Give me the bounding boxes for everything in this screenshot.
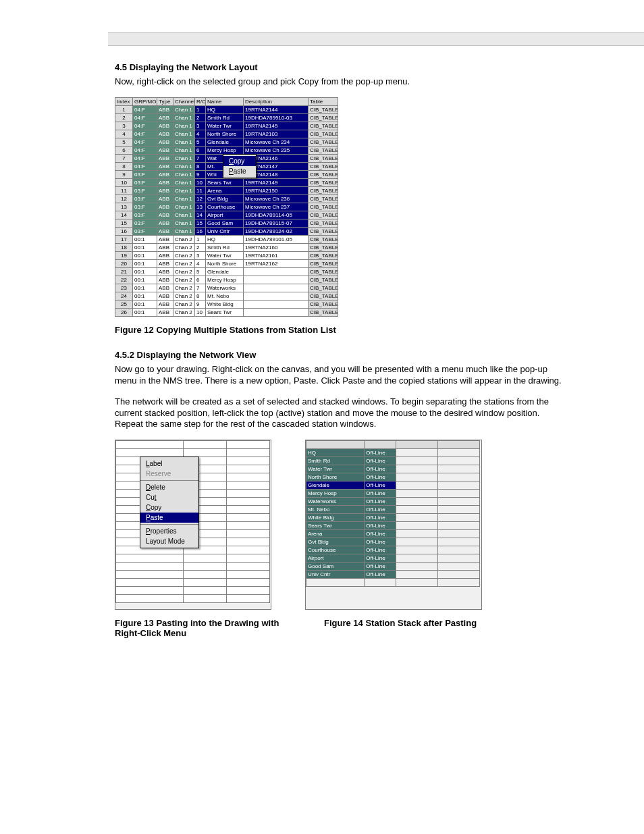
context-menu-drawing[interactable]: LabelReserveDeleteCutCopyPasteProperties… bbox=[140, 457, 199, 548]
table-row[interactable]: 404:FABBChan 14North Shore19RTNA2103CIB_… bbox=[115, 130, 338, 138]
table-row[interactable]: 1303:FABBChan 113CourthouseMicrowave Ch … bbox=[115, 203, 338, 211]
table-row[interactable]: 1203:FABBChan 112Gvt BldgMicrowave Ch 23… bbox=[115, 194, 338, 203]
col-channel[interactable]: Channel bbox=[173, 97, 195, 105]
stack-row[interactable]: Gvt BldgOff-Line bbox=[306, 538, 480, 546]
canvas-empty-row[interactable] bbox=[116, 563, 270, 571]
stack-row[interactable]: White BldgOff-Line bbox=[306, 514, 480, 522]
table-row[interactable]: 2500:1ABBChan 29White BldgCIB_TABLE bbox=[115, 300, 338, 308]
figure-14-panel: HQOff-Line Smith RdOff-Line Water TwrOff… bbox=[305, 440, 482, 610]
table-row[interactable]: 2000:1ABBChan 24North Shore19RTNA2162CIB… bbox=[115, 259, 338, 267]
stack-row[interactable]: Good SamOff-Line bbox=[306, 563, 480, 571]
stack-row[interactable]: Water TwrOff-Line bbox=[306, 465, 480, 473]
table-row[interactable]: 1403:FABBChan 114Airport19DHDA789114-05C… bbox=[115, 211, 338, 219]
figure-13-panel: LabelReserveDeleteCutCopyPasteProperties… bbox=[115, 440, 271, 610]
col-grp-mod[interactable]: GRP/MOD bbox=[133, 97, 157, 105]
station-stack-table[interactable]: HQOff-Line Smith RdOff-Line Water TwrOff… bbox=[306, 440, 480, 587]
table-row[interactable]: 1603:FABBChan 116Univ Cntr19DHDA789124-0… bbox=[115, 227, 338, 235]
menu-item-copy[interactable]: Copy bbox=[140, 502, 198, 513]
stack-row[interactable]: AirportOff-Line bbox=[306, 554, 480, 563]
col-table[interactable]: Table bbox=[308, 97, 338, 105]
stack-header-row bbox=[306, 441, 480, 449]
stack-row[interactable]: Univ CntrOff-Line bbox=[306, 571, 480, 579]
table-row[interactable]: 504:FABBChan 15GlendaleMicrowave Ch 234C… bbox=[115, 138, 338, 146]
table-row[interactable]: 1700:1ABBChan 21HQ19DHDA789101-05CIB_TAB… bbox=[115, 235, 338, 243]
menu-item-properties[interactable]: Properties bbox=[140, 526, 198, 536]
stack-row[interactable]: Mt. NeboOff-Line bbox=[306, 506, 480, 514]
menu-item-layout-mode[interactable]: Layout Mode bbox=[140, 536, 198, 546]
stack-row[interactable]: Sears TwrOff-Line bbox=[306, 522, 480, 530]
menu-item-delete[interactable]: Delete bbox=[140, 482, 198, 492]
table-row[interactable]: 104:FABBChan 11HQ19RTNA2144CIB_TABLE bbox=[115, 105, 338, 113]
table-row[interactable]: 1503:FABBChan 115Good Sam19DHDA789115-07… bbox=[115, 219, 338, 227]
menu-item-copy[interactable]: Copy bbox=[223, 156, 256, 166]
col-r-c[interactable]: R/C bbox=[195, 97, 206, 105]
table-row[interactable]: 204:FABBChan 12Smith Rd19DHDA789910-03CI… bbox=[115, 113, 338, 122]
figure-12: IndexGRP/MODTypeChannelR/CNameDescriptio… bbox=[115, 97, 452, 317]
canvas-empty-row[interactable] bbox=[116, 579, 270, 587]
stack-row[interactable]: North ShoreOff-Line bbox=[306, 473, 480, 481]
stack-empty-row bbox=[306, 579, 480, 587]
table-row[interactable]: 604:FABBChan 16Mercy HospMicrowave Ch 23… bbox=[115, 146, 338, 154]
col-name[interactable]: Name bbox=[206, 97, 244, 105]
menu-item-reserve[interactable]: Reserve bbox=[140, 469, 198, 479]
section-heading-4-5: 4.5 Displaying the Network Layout bbox=[115, 62, 644, 72]
table-row[interactable]: 1003:FABBChan 110Sears Twr19RTNA2149CIB_… bbox=[115, 178, 338, 186]
table-row[interactable]: 2600:1ABBChan 210Sears TwrCIB_TABLE bbox=[115, 308, 338, 316]
station-list-table[interactable]: IndexGRP/MODTypeChannelR/CNameDescriptio… bbox=[115, 97, 338, 317]
canvas-empty-row[interactable] bbox=[116, 449, 270, 457]
canvas-title-row[interactable] bbox=[116, 441, 270, 449]
stack-row[interactable]: GlendaleOff-Line bbox=[306, 481, 480, 490]
canvas-empty-row[interactable] bbox=[116, 587, 270, 595]
stack-row[interactable]: ArenaOff-Line bbox=[306, 530, 480, 538]
table-row[interactable]: 1103:FABBChan 111Arena19RTNA2150CIB_TABL… bbox=[115, 186, 338, 194]
table-row[interactable]: 2200:1ABBChan 26Mercy HospCIB_TABLE bbox=[115, 276, 338, 284]
figure-14-caption: Figure 14 Station Stack after Pasting bbox=[324, 618, 500, 638]
menu-item-paste[interactable]: Paste bbox=[140, 513, 198, 523]
menu-item-label[interactable]: Label bbox=[140, 459, 198, 469]
menu-item-cut[interactable]: Cut bbox=[140, 492, 198, 502]
paragraph: Now, right-click on the selected group a… bbox=[115, 76, 567, 88]
header-bar bbox=[108, 32, 644, 46]
canvas-empty-row[interactable] bbox=[116, 595, 270, 603]
canvas-empty-row[interactable] bbox=[116, 571, 270, 579]
menu-item-paste[interactable]: Paste bbox=[223, 166, 256, 176]
table-row[interactable]: 2300:1ABBChan 27WaterworksCIB_TABLE bbox=[115, 284, 338, 292]
table-row[interactable]: 2100:1ABBChan 25GlendaleCIB_TABLE bbox=[115, 267, 338, 276]
paragraph: The network will be created as a set of … bbox=[115, 396, 567, 431]
section-heading-4-5-2: 4.5.2 Displaying the Network View bbox=[115, 350, 644, 360]
figure-12-caption: Figure 12 Copying Multiple Stations from… bbox=[115, 325, 644, 335]
figure-13-caption: Figure 13 Pasting into the Drawing with … bbox=[115, 618, 290, 638]
stack-row[interactable]: HQOff-Line bbox=[306, 449, 480, 457]
table-row[interactable]: 1800:1ABBChan 22Smith Rd19RTNA2160CIB_TA… bbox=[115, 243, 338, 251]
col-type[interactable]: Type bbox=[157, 97, 173, 105]
stack-row[interactable]: CourthouseOff-Line bbox=[306, 546, 480, 554]
table-row[interactable]: 304:FABBChan 13Water Twr19RTNA2145CIB_TA… bbox=[115, 122, 338, 130]
stack-row[interactable]: Mercy HospOff-Line bbox=[306, 490, 480, 498]
canvas-empty-row[interactable] bbox=[116, 554, 270, 563]
context-menu-copy-paste[interactable]: Copy Paste bbox=[223, 154, 257, 178]
paragraph: Now go to your drawing. Right-click on t… bbox=[115, 364, 567, 387]
table-row[interactable]: 1900:1ABBChan 23Water Twr19RTNA2161CIB_T… bbox=[115, 251, 338, 259]
col-index[interactable]: Index bbox=[115, 97, 133, 105]
table-row[interactable]: 2400:1ABBChan 28Mt. NeboCIB_TABLE bbox=[115, 292, 338, 300]
stack-row[interactable]: Smith RdOff-Line bbox=[306, 457, 480, 465]
stack-row[interactable]: WaterworksOff-Line bbox=[306, 498, 480, 506]
col-description[interactable]: Description bbox=[244, 97, 308, 105]
